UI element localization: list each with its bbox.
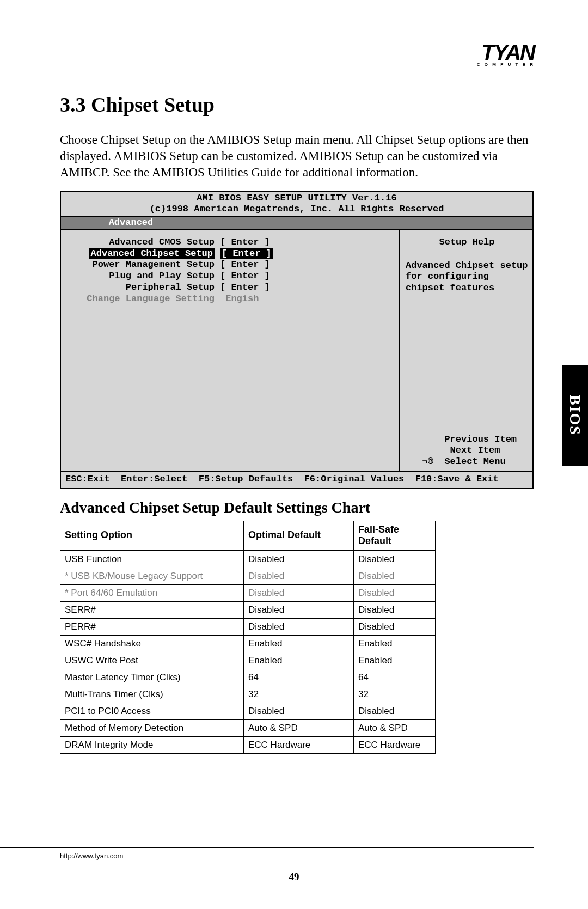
bios-menu-item[interactable]: Plug and Play Setup[ Enter ]: [64, 271, 396, 282]
col-setting: Setting Option: [60, 521, 244, 550]
footer-url: http://www.tyan.com: [60, 852, 123, 860]
table-cell: * USB KB/Mouse Legacy Support: [60, 568, 244, 584]
bios-menu-label: Advanced CMOS Setup: [68, 237, 215, 248]
table-cell: PCI1 to PCI0 Access: [60, 703, 244, 719]
table-row: Method of Memory DetectionAuto & SPDAuto…: [60, 719, 436, 736]
table-cell: Enabled: [244, 635, 354, 652]
bios-menu-value: Engish: [220, 294, 259, 305]
table-cell: DRAM Integrity Mode: [60, 736, 244, 753]
bios-title: AMI BIOS EASY SETUP UTILITY Ver.1.16: [61, 192, 532, 204]
bios-body: Advanced CMOS Setup[ Enter ]Advanced Chi…: [61, 230, 532, 471]
col-failsafe: Fail-Safe Default: [354, 521, 436, 550]
table-row: Multi-Trans Timer (Clks)3232: [60, 686, 436, 703]
table-cell: Disabled: [244, 550, 354, 568]
bios-menu-item[interactable]: Advanced CMOS Setup[ Enter ]: [64, 237, 396, 248]
table-cell: Disabled: [354, 618, 436, 635]
bios-menu-label: Power Management Setup: [68, 259, 215, 271]
table-cell: SERR#: [60, 601, 244, 618]
bios-menu-label: Advanced Chipset Setup: [68, 248, 215, 260]
bios-tab-advanced[interactable]: Advanced: [61, 217, 532, 230]
col-optimal: Optimal Default: [244, 521, 354, 550]
bios-menu-label: Change Language Setting: [68, 294, 215, 305]
bios-help-panel: Setup Help Advanced Chipset setup for co…: [399, 230, 532, 471]
table-cell: Disabled: [354, 584, 436, 601]
table-cell: 64: [354, 669, 436, 686]
bios-help-title: Setup Help: [406, 237, 528, 248]
nav-next: ¯ Next Item: [406, 445, 528, 456]
table-cell: Master Latency Timer (Clks): [60, 669, 244, 686]
table-cell: Disabled: [244, 703, 354, 719]
table-row: SERR#DisabledDisabled: [60, 601, 436, 618]
side-tab-bios: BIOS: [562, 365, 588, 466]
table-cell: Enabled: [244, 652, 354, 669]
footer-rule: [0, 847, 534, 848]
brand-logo: TYAN C O M P U T E R: [477, 42, 535, 67]
brand-subtitle: C O M P U T E R: [477, 62, 535, 67]
table-cell: WSC# Handshake: [60, 635, 244, 652]
table-row: DRAM Integrity ModeECC HardwareECC Hardw…: [60, 736, 436, 753]
bios-copyright: (c)1998 American Megatrends, Inc. All Ri…: [61, 204, 532, 217]
settings-table: Setting Option Optimal Default Fail-Safe…: [60, 521, 436, 754]
table-cell: ECC Hardware: [244, 736, 354, 753]
table-cell: USB Function: [60, 550, 244, 568]
table-cell: ECC Hardware: [354, 736, 436, 753]
table-row: WSC# HandshakeEnabledEnabled: [60, 635, 436, 652]
bios-menu: Advanced CMOS Setup[ Enter ]Advanced Chi…: [61, 230, 399, 471]
nav-select: ¬® Select Menu: [406, 456, 528, 468]
nav-prev: ­ Previous Item: [406, 434, 528, 446]
table-cell: Disabled: [354, 568, 436, 584]
bios-menu-value: [ Enter ]: [220, 237, 270, 248]
table-cell: Method of Memory Detection: [60, 719, 244, 736]
table-cell: PERR#: [60, 618, 244, 635]
table-header-row: Setting Option Optimal Default Fail-Safe…: [60, 521, 436, 550]
bios-nav-keys: ­ Previous Item ¯ Next Item ¬® Select Me…: [406, 434, 528, 468]
table-row: Master Latency Timer (Clks)6464: [60, 669, 436, 686]
table-cell: Disabled: [354, 550, 436, 568]
bios-menu-item[interactable]: Power Management Setup[ Enter ]: [64, 259, 396, 271]
page: TYAN C O M P U T E R 3.3 Chipset Setup C…: [0, 0, 588, 909]
table-cell: 32: [244, 686, 354, 703]
bios-menu-item[interactable]: Peripheral Setup[ Enter ]: [64, 282, 396, 294]
table-cell: Disabled: [244, 568, 354, 584]
bios-menu-value: [ Enter ]: [220, 282, 270, 294]
chart-heading: Advanced Chipset Setup Default Settings …: [60, 499, 534, 516]
table-row: USB FunctionDisabledDisabled: [60, 550, 436, 568]
bios-help-text: Advanced Chipset setup for configuring c…: [406, 260, 528, 294]
bios-menu-item[interactable]: Advanced Chipset Setup[ Enter ]: [64, 248, 396, 260]
bios-menu-label: Plug and Play Setup: [68, 271, 215, 282]
bios-menu-value: [ Enter ]: [220, 259, 270, 271]
table-cell: Disabled: [244, 601, 354, 618]
section-heading: 3.3 Chipset Setup: [60, 93, 534, 117]
table-cell: Multi-Trans Timer (Clks): [60, 686, 244, 703]
table-cell: Disabled: [244, 618, 354, 635]
table-row: * USB KB/Mouse Legacy SupportDisabledDis…: [60, 568, 436, 584]
page-number: 49: [0, 871, 588, 883]
table-cell: Auto & SPD: [244, 719, 354, 736]
bios-menu-label: Peripheral Setup: [68, 282, 215, 294]
table-cell: Disabled: [354, 703, 436, 719]
intro-paragraph: Choose Chipset Setup on the AMIBIOS Setu…: [60, 132, 534, 181]
table-row: PCI1 to PCI0 AccessDisabledDisabled: [60, 703, 436, 719]
table-row: USWC Write PostEnabledEnabled: [60, 652, 436, 669]
table-cell: Disabled: [354, 601, 436, 618]
table-cell: Enabled: [354, 635, 436, 652]
table-cell: Disabled: [244, 584, 354, 601]
table-row: * Port 64/60 EmulationDisabledDisabled: [60, 584, 436, 601]
bios-window: AMI BIOS EASY SETUP UTILITY Ver.1.16 (c)…: [60, 191, 534, 489]
table-cell: * Port 64/60 Emulation: [60, 584, 244, 601]
bios-tab-label: Advanced: [109, 217, 154, 228]
table-row: PERR#DisabledDisabled: [60, 618, 436, 635]
table-cell: Enabled: [354, 652, 436, 669]
table-cell: 32: [354, 686, 436, 703]
table-cell: Auto & SPD: [354, 719, 436, 736]
bios-footer-keys: ESC:Exit Enter:Select F5:Setup Defaults …: [61, 471, 532, 488]
brand-name: TYAN: [477, 42, 535, 62]
bios-menu-item[interactable]: Change Language Setting Engish: [64, 294, 396, 305]
table-cell: 64: [244, 669, 354, 686]
bios-menu-value: [ Enter ]: [220, 271, 270, 282]
bios-menu-value: [ Enter ]: [220, 248, 273, 260]
table-cell: USWC Write Post: [60, 652, 244, 669]
